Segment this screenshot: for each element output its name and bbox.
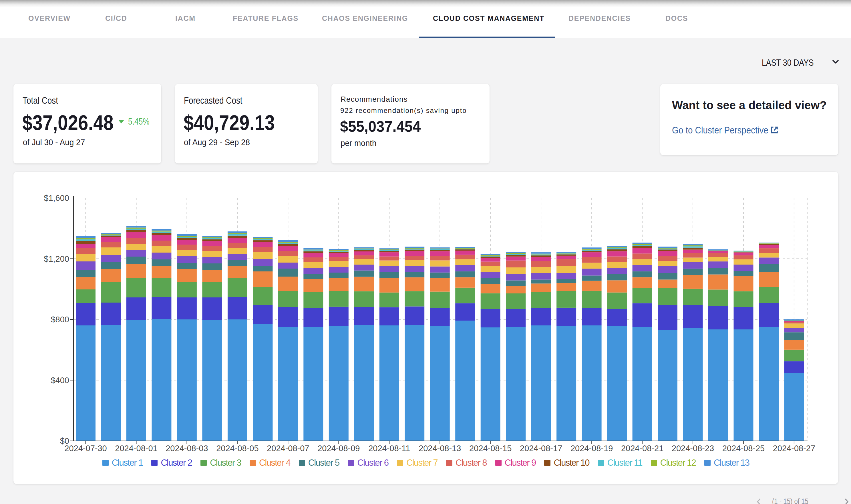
svg-text:2024-08-03: 2024-08-03 (166, 444, 208, 453)
svg-text:2024-08-05: 2024-08-05 (216, 444, 259, 453)
svg-text:2024-07-30: 2024-07-30 (64, 444, 107, 453)
svg-text:2024-08-15: 2024-08-15 (469, 444, 511, 453)
svg-text:2024-08-19: 2024-08-19 (571, 444, 613, 453)
svg-text:$400: $400 (51, 376, 69, 385)
svg-text:2024-08-13: 2024-08-13 (419, 444, 461, 453)
svg-text:2024-08-17: 2024-08-17 (520, 444, 562, 453)
svg-text:2024-08-23: 2024-08-23 (672, 444, 714, 453)
svg-text:2024-08-25: 2024-08-25 (722, 444, 765, 453)
svg-text:2024-08-07: 2024-08-07 (267, 444, 309, 453)
svg-text:2024-08-21: 2024-08-21 (621, 444, 663, 453)
svg-text:$800: $800 (51, 315, 69, 324)
svg-text:2024-08-11: 2024-08-11 (368, 444, 410, 453)
svg-text:2024-08-01: 2024-08-01 (115, 444, 157, 453)
svg-text:2024-08-27: 2024-08-27 (773, 444, 815, 453)
svg-text:$1,200: $1,200 (44, 254, 69, 264)
svg-text:2024-08-09: 2024-08-09 (317, 444, 360, 453)
svg-text:$1,600: $1,600 (44, 194, 69, 202)
